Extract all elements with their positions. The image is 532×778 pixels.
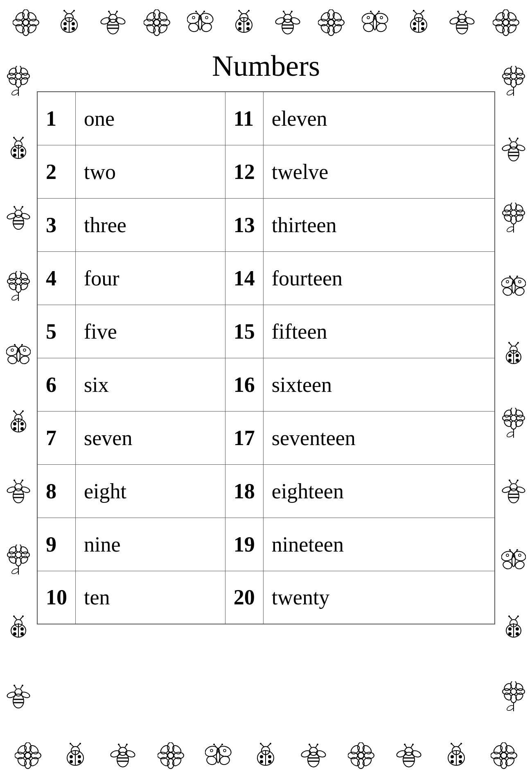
deco-flower-t2 [142, 6, 171, 39]
svg-point-395 [260, 755, 263, 758]
svg-point-252 [517, 138, 518, 139]
deco-flower-r2 [497, 202, 530, 235]
svg-point-391 [221, 744, 223, 745]
deco-flower-r4 [497, 681, 530, 713]
deco-bee-t1 [99, 6, 128, 39]
word-left-8: nine [76, 518, 225, 571]
svg-point-36 [145, 11, 157, 22]
svg-point-16 [72, 27, 75, 30]
table-row: 3 three 13 thirteen [37, 198, 495, 251]
svg-point-171 [7, 355, 18, 364]
digit-left-6: 7 [37, 411, 76, 464]
svg-point-327 [508, 615, 510, 617]
svg-point-453 [501, 753, 507, 758]
svg-point-390 [213, 744, 215, 745]
svg-point-88 [367, 16, 370, 19]
deco-ladybug-l1 [2, 133, 35, 166]
svg-point-217 [20, 632, 24, 636]
svg-point-328 [517, 615, 519, 617]
svg-point-214 [13, 627, 16, 631]
svg-point-323 [508, 632, 512, 636]
svg-point-398 [268, 760, 271, 763]
digit-left-1: 2 [37, 145, 76, 198]
svg-point-345 [16, 744, 28, 755]
svg-point-188 [13, 410, 15, 412]
deco-flower-b3 [347, 739, 376, 772]
table-row: 7 seven 17 seventeen [37, 411, 495, 464]
deco-flower-b4 [489, 739, 519, 772]
svg-point-63 [282, 19, 293, 34]
center-content: Numbers 1 one 11 eleven 2 two 12 twelve … [37, 45, 495, 733]
svg-point-305 [509, 479, 510, 481]
svg-point-139 [13, 149, 16, 152]
svg-point-369 [118, 744, 119, 745]
svg-point-57 [238, 27, 241, 30]
svg-point-279 [516, 354, 519, 357]
svg-point-44 [188, 22, 200, 33]
svg-point-182 [13, 422, 16, 425]
svg-point-216 [13, 632, 16, 636]
digit-left-8: 9 [37, 518, 76, 571]
page-title: Numbers [212, 49, 320, 83]
word-left-9: ten [76, 571, 225, 624]
svg-point-322 [516, 627, 519, 631]
deco-flower-t4 [491, 6, 521, 39]
svg-point-194 [7, 486, 17, 493]
word-left-7: eight [76, 464, 225, 518]
svg-point-284 [508, 342, 510, 344]
word-right-1: twelve [263, 145, 495, 198]
svg-point-310 [502, 560, 513, 570]
deco-butterfly-t2 [361, 6, 390, 39]
svg-point-317 [516, 549, 518, 551]
svg-point-436 [451, 755, 454, 758]
digit-right-6: 17 [225, 411, 263, 464]
svg-point-411 [309, 744, 310, 745]
svg-point-354 [78, 755, 81, 758]
svg-point-113 [457, 11, 459, 12]
svg-point-321 [508, 627, 512, 631]
deco-ladybug-b1 [61, 739, 90, 772]
deco-flower-b1 [13, 739, 43, 772]
svg-point-89 [380, 16, 383, 19]
deco-ladybug-r1 [497, 339, 530, 371]
deco-ladybug-l2 [2, 407, 35, 440]
svg-point-155 [14, 206, 15, 208]
svg-point-178 [21, 344, 23, 346]
deco-flower-b2 [156, 739, 185, 772]
svg-point-221 [22, 615, 24, 617]
svg-point-114 [465, 11, 467, 12]
border-bottom [0, 733, 532, 778]
digit-right-2: 13 [225, 198, 263, 251]
svg-point-396 [268, 755, 271, 758]
deco-bee-t2 [273, 6, 302, 39]
deco-bee-l3 [2, 681, 35, 713]
svg-point-82 [328, 20, 334, 25]
deco-bee-r2 [497, 475, 530, 508]
digit-right-7: 18 [225, 464, 263, 518]
svg-point-78 [320, 11, 331, 22]
word-left-0: one [76, 92, 225, 145]
deco-flower-l3 [2, 544, 35, 577]
svg-point-313 [518, 554, 521, 556]
svg-point-151 [7, 212, 17, 220]
svg-point-397 [260, 760, 263, 763]
svg-point-56 [246, 22, 250, 25]
svg-point-286 [511, 415, 516, 421]
word-left-2: three [76, 198, 225, 251]
table-row: 2 two 12 twelve [37, 145, 495, 198]
word-right-7: eighteen [263, 464, 495, 518]
deco-flower-l2 [2, 270, 35, 303]
svg-point-269 [506, 280, 509, 283]
svg-point-185 [20, 427, 24, 430]
deco-bee-l2 [2, 475, 35, 508]
deco-ladybug-l3 [2, 612, 35, 645]
svg-point-199 [22, 479, 23, 481]
digit-right-1: 12 [225, 145, 263, 198]
deco-butterfly-l1 [2, 339, 35, 371]
deco-ladybug-t2 [230, 6, 259, 39]
svg-point-232 [511, 73, 516, 79]
svg-point-376 [159, 744, 171, 755]
svg-point-306 [517, 479, 518, 481]
digit-left-3: 4 [37, 251, 76, 305]
digit-left-4: 5 [37, 305, 76, 358]
